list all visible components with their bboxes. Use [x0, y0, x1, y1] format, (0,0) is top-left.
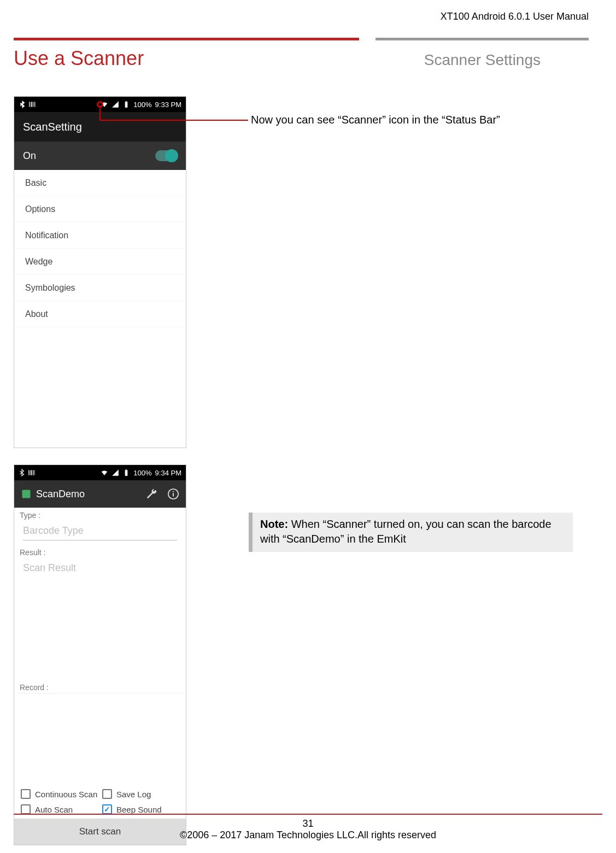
battery-percent: 100%: [133, 101, 151, 109]
footer-rule: [14, 814, 602, 815]
result-field[interactable]: Scan Result: [23, 559, 177, 577]
svg-rect-7: [126, 101, 127, 102]
battery-icon: [122, 101, 130, 108]
wifi-icon: [101, 469, 108, 476]
svg-rect-4: [34, 102, 34, 107]
callout-text: Now you can see “Scanner” icon in the “S…: [251, 114, 500, 126]
checkbox-continuous[interactable]: Continuous Scan: [21, 789, 98, 799]
screenshot-scansetting: 100% 9:33 PM ScanSetting On Basic Option…: [14, 96, 186, 448]
settings-item-about[interactable]: About: [14, 301, 186, 327]
record-area: [17, 693, 183, 785]
doc-header: XT100 Android 6.0.1 User Manual: [14, 11, 589, 22]
page-footer: 31 ©2006 – 2017 Janam Technologies LLC.A…: [0, 814, 616, 841]
on-label: On: [23, 150, 36, 162]
checkbox-savelog[interactable]: Save Log: [102, 789, 179, 799]
scandemo-app-icon: [21, 489, 32, 499]
svg-rect-10: [31, 470, 32, 475]
svg-rect-14: [125, 470, 128, 476]
checkbox-beep[interactable]: Beep Sound: [102, 804, 179, 814]
callout-line-horizontal: [99, 120, 248, 121]
svg-rect-5: [35, 102, 36, 107]
svg-rect-0: [29, 102, 30, 107]
svg-rect-19: [173, 491, 174, 492]
settings-item-options[interactable]: Options: [14, 196, 186, 222]
svg-rect-2: [31, 102, 32, 107]
barcode-icon: [28, 469, 36, 476]
svg-rect-11: [32, 470, 33, 475]
callout-dot: [97, 101, 103, 108]
bluetooth-icon: [19, 101, 26, 108]
bluetooth-icon: [18, 469, 26, 476]
wrench-icon[interactable]: [145, 488, 157, 500]
checkbox-label: Continuous Scan: [35, 790, 97, 799]
status-time: 9:33 PM: [155, 101, 181, 109]
settings-list: Basic Options Notification Wedge Symbolo…: [14, 170, 186, 448]
svg-rect-12: [33, 470, 34, 475]
settings-item-basic[interactable]: Basic: [14, 170, 186, 196]
svg-rect-9: [30, 470, 31, 475]
settings-item-notification[interactable]: Notification: [14, 222, 186, 249]
settings-item-wedge[interactable]: Wedge: [14, 249, 186, 275]
rule-red: [14, 38, 359, 40]
note-text: When “Scanner” turned on, you can scan t…: [260, 518, 552, 545]
checkbox-autoscan[interactable]: Auto Scan: [21, 804, 98, 814]
note-label: Note:: [260, 518, 288, 530]
title-right: Scanner Settings: [424, 51, 541, 69]
type-label: Type :: [14, 508, 186, 521]
callout-line-vertical: [99, 108, 101, 120]
svg-rect-15: [126, 469, 127, 470]
on-toggle-row[interactable]: On: [14, 142, 186, 170]
status-time-2: 9:34 PM: [155, 469, 181, 477]
appbar-scandemo: ScanDemo: [14, 480, 186, 508]
battery-percent-2: 100%: [133, 469, 151, 477]
svg-rect-18: [173, 493, 174, 496]
settings-item-symbologies[interactable]: Symbologies: [14, 275, 186, 301]
svg-rect-16: [22, 490, 31, 498]
checkbox-label: Save Log: [116, 790, 151, 799]
svg-rect-6: [125, 102, 128, 108]
title-left: Use a Scanner: [14, 47, 144, 70]
battery-icon: [122, 469, 130, 476]
signal-icon: [112, 101, 119, 108]
note-box: Note: When “Scanner” turned on, you can …: [249, 513, 573, 552]
svg-rect-3: [33, 102, 33, 107]
checkbox-label: Beep Sound: [116, 805, 162, 814]
type-field[interactable]: Barcode Type: [23, 522, 177, 540]
record-label: Record :: [14, 680, 186, 693]
scandemo-title: ScanDemo: [36, 489, 85, 500]
checkbox-label: Auto Scan: [35, 805, 73, 814]
screenshot-scandemo: 100% 9:34 PM ScanDemo Type : Barcode Typ…: [14, 464, 186, 845]
barcode-icon: [28, 101, 36, 108]
header-rules: [14, 38, 589, 40]
result-label: Result :: [14, 545, 186, 558]
status-bar-2: 100% 9:34 PM: [14, 465, 186, 480]
rule-gray: [376, 38, 589, 40]
svg-rect-1: [31, 102, 31, 107]
svg-rect-8: [28, 470, 29, 475]
page-titles: Use a Scanner Scanner Settings: [14, 47, 589, 70]
signal-icon: [112, 469, 119, 476]
result-area: [14, 581, 186, 680]
svg-rect-13: [34, 470, 35, 475]
toggle-switch[interactable]: [155, 150, 177, 161]
info-icon[interactable]: [167, 488, 179, 500]
page-number: 31: [0, 818, 616, 830]
copyright: ©2006 – 2017 Janam Technologies LLC.All …: [0, 830, 616, 841]
